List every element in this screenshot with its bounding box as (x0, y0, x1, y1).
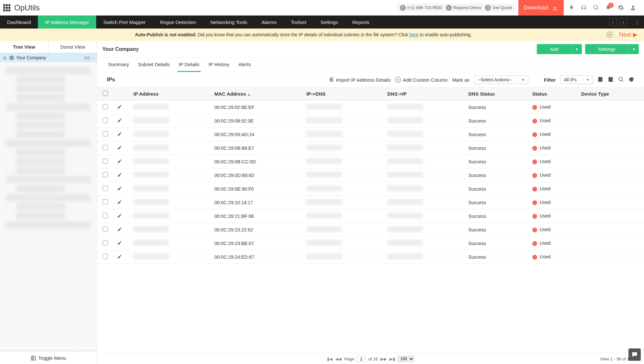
mac-cell: 00:0C:29:21:BF:68 (210, 209, 302, 223)
page-first-icon[interactable]: ▮◀ (327, 357, 333, 361)
tab-alerts[interactable]: Alerts (237, 58, 252, 72)
nav-next-icon[interactable]: › (619, 18, 627, 26)
page-last-icon[interactable]: ▶▮ (390, 357, 395, 361)
search-table-icon[interactable] (618, 76, 624, 83)
chevron-down-icon: ▼ (519, 78, 525, 82)
column-status[interactable]: Status (528, 88, 577, 100)
nav-item-dashboard[interactable]: Dashboard (0, 16, 38, 29)
page-next-icon[interactable]: ▶▶ (380, 357, 387, 361)
settings-dropdown-icon[interactable]: ▼ (628, 44, 639, 54)
refresh-icon[interactable] (628, 76, 634, 83)
tab-subnet-details[interactable]: Subnet Details (137, 58, 171, 72)
search-icon[interactable] (593, 5, 599, 11)
row-checkbox[interactable] (103, 213, 108, 218)
get-quote-link[interactable]: $ Get Quote (485, 5, 512, 11)
sidebar-tab-tree-view[interactable]: Tree View (0, 41, 49, 53)
tab-ip-history[interactable]: IP History (207, 58, 231, 72)
nav-prev-icon[interactable]: ‹ (609, 18, 617, 26)
row-checkbox[interactable] (103, 199, 108, 205)
row-checkbox[interactable] (103, 240, 108, 245)
select-all-checkbox[interactable] (103, 91, 108, 96)
edit-icon[interactable] (117, 254, 122, 259)
nav-item-settings[interactable]: Settings (313, 16, 345, 29)
tab-summary[interactable]: Summary (107, 58, 130, 72)
add-dropdown-icon[interactable]: ▼ (571, 44, 582, 54)
table-row: 00:0C:29:10:14:17 Success Used (97, 196, 644, 209)
row-checkbox[interactable] (103, 104, 108, 109)
info-bold: Auto-Publish is not enabled: (135, 32, 197, 37)
row-checkbox[interactable] (103, 254, 108, 259)
filter-select[interactable]: All IPs ▼ (560, 76, 593, 84)
column-mac-address[interactable]: MAC Address▲ (210, 88, 302, 100)
edit-icon[interactable] (117, 200, 122, 205)
import-button[interactable]: Import IP Address Details (329, 77, 391, 83)
add-column-button[interactable]: + Add Custom Column (395, 77, 447, 83)
chat-button[interactable] (628, 348, 641, 361)
ip-c (133, 253, 169, 259)
edit-icon[interactable] (117, 132, 122, 136)
nav-item-networking-tools[interactable]: Networking Tools (203, 16, 254, 29)
nav-item-ip-address-manager[interactable]: IP Address Manager (38, 16, 96, 29)
edit-icon[interactable] (117, 172, 122, 177)
gear-icon[interactable] (617, 5, 624, 11)
rocket-icon[interactable] (568, 5, 575, 11)
edit-icon[interactable] (117, 104, 122, 109)
column-ip-dns[interactable]: IP->DNS (302, 88, 383, 100)
edit-icon[interactable] (117, 241, 122, 245)
column-dns-status[interactable]: DNS Status (465, 88, 528, 100)
edit-icon[interactable] (117, 213, 122, 218)
tree-collapse-button[interactable]: - (92, 55, 94, 60)
mark-as-select[interactable]: --Select Actions-- ▼ (474, 76, 528, 84)
page-prev-icon[interactable]: ◀◀ (335, 357, 342, 361)
nav-item-toolset[interactable]: Toolset (284, 16, 313, 29)
notification-badge: 2 (608, 3, 614, 8)
request-demo-link[interactable]: ▸ Request Demo (446, 5, 481, 11)
nav-item-reports[interactable]: Reports (345, 16, 377, 29)
row-checkbox[interactable] (103, 131, 108, 136)
ip-dns-cell (306, 172, 342, 178)
toggle-menu-button[interactable]: Toggle Menu (0, 351, 97, 364)
page-size-select[interactable]: 100 (398, 356, 414, 362)
dns-status-cell: Success (465, 155, 528, 169)
download-button[interactable]: Download (518, 0, 564, 16)
row-checkbox[interactable] (103, 145, 108, 150)
tree-root-node[interactable]: ⊟ Your Company [+] - (0, 53, 97, 63)
export-pdf-icon[interactable] (608, 76, 614, 83)
row-checkbox[interactable] (103, 159, 108, 164)
row-checkbox[interactable] (103, 227, 108, 232)
tree-expand-icon[interactable]: ⊟ (3, 56, 7, 60)
status-dot-icon (532, 187, 537, 192)
page-input[interactable] (357, 356, 366, 362)
edit-icon[interactable] (117, 118, 122, 123)
nav-item-rogue-detection[interactable]: Rogue Detection (153, 16, 203, 29)
edit-icon[interactable] (117, 145, 122, 150)
edit-icon[interactable] (117, 227, 122, 232)
info-close-button[interactable]: ✕ (607, 32, 613, 38)
tree-expand-all-button[interactable]: [+] (85, 55, 90, 60)
add-button[interactable]: Add (537, 44, 571, 54)
column-dns-ip[interactable]: DNS->IP (383, 88, 464, 100)
info-link[interactable]: here (410, 32, 419, 37)
nav-item-alarms[interactable]: Alarms (254, 16, 284, 29)
headset-icon[interactable] (581, 5, 587, 11)
app-grid-icon[interactable] (3, 4, 10, 11)
tab-ip-details[interactable]: IP Details (177, 58, 201, 72)
info-next-button[interactable]: Next ▶ (619, 31, 638, 38)
phone-contact[interactable]: ✆ (+1) 888 720 9500 (400, 5, 442, 11)
user-avatar-icon[interactable] (630, 5, 636, 11)
ip-dns-cell (306, 131, 342, 137)
nav-more-icon[interactable]: ⋮ (630, 18, 644, 26)
row-checkbox[interactable] (103, 118, 108, 123)
nav-item-switch-port-mapper[interactable]: Switch Port Mapper (96, 16, 153, 29)
export-csv-icon[interactable]: CSV (597, 76, 603, 83)
row-checkbox[interactable] (103, 172, 108, 177)
notifications-icon[interactable]: 2 (605, 5, 612, 11)
ip-c (133, 145, 169, 150)
settings-button[interactable]: Settings (585, 44, 628, 54)
column-ip-address[interactable]: IP Address (130, 88, 210, 100)
row-checkbox[interactable] (103, 186, 108, 191)
sidebar-tab-donut-view[interactable]: Donut View (49, 41, 97, 53)
column-device-type[interactable]: Device Type (577, 88, 644, 100)
edit-icon[interactable] (117, 159, 122, 164)
edit-icon[interactable] (117, 186, 122, 191)
